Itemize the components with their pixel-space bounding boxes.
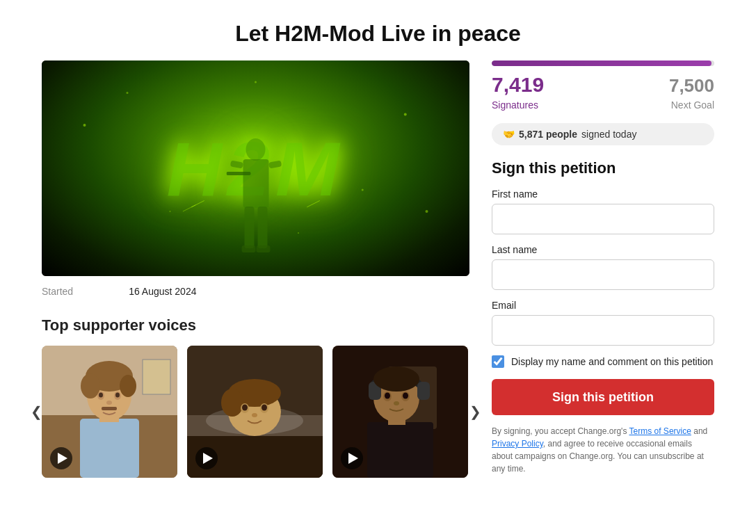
svg-rect-34 [102, 407, 117, 410]
svg-rect-53 [417, 382, 430, 400]
legal-and: and [691, 426, 707, 436]
svg-point-57 [385, 393, 390, 399]
svg-point-10 [127, 92, 129, 94]
svg-point-11 [404, 113, 407, 116]
play-button-3[interactable] [341, 447, 363, 469]
form-title: Sign this petition [492, 159, 714, 177]
supporter-card [187, 346, 323, 478]
progress-section: 7,419 7,500 Signatures Next Goal [492, 61, 714, 111]
left-column: H2M [42, 61, 469, 478]
page-title: Let H2M-Mod Live in peace [0, 0, 756, 61]
started-label: Started [42, 286, 73, 297]
display-name-checkbox-label: Display my name and comment on this peti… [511, 356, 713, 367]
email-input[interactable] [492, 315, 714, 346]
sign-petition-button[interactable]: Sign this petition [492, 379, 714, 415]
play-icon-3 [348, 453, 358, 464]
signed-today-text: signed today [581, 129, 636, 140]
svg-point-32 [115, 393, 120, 398]
svg-rect-7 [256, 245, 270, 252]
svg-point-44 [242, 405, 248, 411]
last-name-input[interactable] [492, 259, 714, 290]
signatures-goal: 7,500 [669, 75, 714, 97]
tos-link[interactable]: Terms of Service [629, 426, 691, 436]
play-icon-2 [203, 453, 213, 464]
signature-row: 7,419 7,500 [492, 73, 714, 97]
goal-label: Next Goal [671, 99, 714, 111]
svg-rect-3 [268, 160, 281, 168]
email-label: Email [492, 300, 714, 311]
svg-point-54 [373, 366, 419, 392]
svg-point-12 [362, 189, 364, 191]
play-icon-1 [58, 453, 67, 464]
svg-point-28 [120, 375, 136, 397]
started-value: 16 August 2024 [129, 286, 196, 297]
right-column: 7,419 7,500 Signatures Next Goal 🤝 5,871… [492, 61, 714, 475]
svg-point-9 [83, 124, 86, 127]
carousel-prev-button[interactable]: ❮ [26, 402, 46, 421]
first-name-input[interactable] [492, 204, 714, 234]
petition-image: H2M [42, 61, 469, 276]
progress-bar-background [492, 61, 714, 66]
supporter-carousel: ❮ [42, 346, 469, 478]
svg-point-27 [81, 373, 100, 398]
svg-point-46 [252, 413, 257, 417]
svg-point-0 [246, 138, 265, 161]
svg-rect-6 [241, 245, 255, 252]
display-name-checkbox-row: Display my name and comment on this peti… [492, 355, 714, 368]
svg-point-33 [106, 401, 112, 405]
svg-point-31 [99, 393, 103, 398]
legal-prefix: By signing, you accept Change.org's [492, 426, 629, 436]
svg-rect-23 [80, 419, 139, 478]
svg-rect-22 [143, 360, 170, 394]
signatures-count: 7,419 [492, 73, 544, 97]
signatures-label: Signatures [492, 99, 538, 111]
signed-today-icon: 🤝 [503, 129, 515, 140]
carousel-track [42, 346, 469, 478]
svg-point-41 [221, 389, 243, 417]
progress-bar-fill [492, 61, 711, 66]
svg-point-15 [255, 81, 257, 83]
supporter-card [332, 346, 468, 478]
display-name-checkbox[interactable] [492, 355, 504, 368]
svg-point-59 [394, 401, 399, 405]
svg-point-14 [426, 210, 428, 213]
carousel-next-button[interactable]: ❯ [465, 402, 485, 421]
soldier-silhouette [226, 137, 285, 276]
svg-rect-2 [230, 160, 243, 168]
svg-rect-8 [226, 172, 250, 175]
svg-rect-1 [243, 159, 268, 208]
svg-rect-5 [257, 207, 267, 248]
top-supporter-title: Top supporter voices [42, 316, 469, 334]
petition-form: Sign this petition First name Last name … [492, 159, 714, 475]
svg-point-45 [262, 405, 267, 411]
last-name-label: Last name [492, 244, 714, 255]
svg-rect-49 [367, 422, 433, 478]
svg-point-58 [403, 393, 408, 399]
meta-row: Started 16 August 2024 [42, 286, 469, 297]
svg-rect-4 [244, 207, 254, 248]
svg-point-16 [298, 232, 299, 234]
privacy-link[interactable]: Privacy Policy [492, 439, 543, 449]
signed-today-badge: 🤝 5,871 people signed today [492, 123, 714, 145]
signature-labels-row: Signatures Next Goal [492, 99, 714, 111]
first-name-label: First name [492, 188, 714, 200]
legal-text: By signing, you accept Change.org's Term… [492, 425, 714, 475]
signed-today-bold: 5,871 people [519, 129, 577, 140]
play-button-1[interactable] [50, 447, 72, 469]
supporter-card [42, 346, 177, 478]
play-button-2[interactable] [195, 447, 218, 469]
